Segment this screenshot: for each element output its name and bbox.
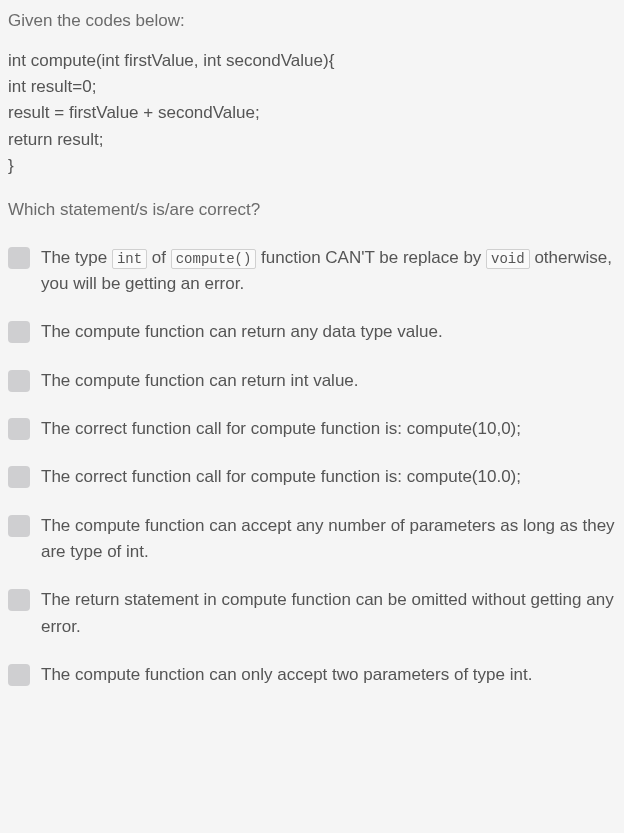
option-text: The return statement in compute function… [41, 587, 616, 640]
code-line: int compute(int firstValue, int secondVa… [8, 48, 616, 74]
code-block: int compute(int firstValue, int secondVa… [8, 48, 616, 180]
option-item: The compute function can return int valu… [8, 368, 616, 394]
inline-code: void [486, 249, 530, 269]
option-text: The correct function call for compute fu… [41, 464, 616, 490]
code-line: } [8, 153, 616, 179]
checkbox[interactable] [8, 589, 30, 611]
inline-code: int [112, 249, 147, 269]
checkbox[interactable] [8, 418, 30, 440]
inline-code: compute() [171, 249, 257, 269]
options-list: The type int of compute() function CAN'T… [8, 245, 616, 689]
checkbox[interactable] [8, 515, 30, 537]
option-text: The compute function can only accept two… [41, 662, 616, 688]
option-text: The compute function can accept any numb… [41, 513, 616, 566]
code-line: int result=0; [8, 74, 616, 100]
option-item: The correct function call for compute fu… [8, 464, 616, 490]
option-item: The return statement in compute function… [8, 587, 616, 640]
option-item: The compute function can only accept two… [8, 662, 616, 688]
checkbox[interactable] [8, 664, 30, 686]
option-item: The compute function can return any data… [8, 319, 616, 345]
checkbox[interactable] [8, 321, 30, 343]
option-text: The compute function can return int valu… [41, 368, 616, 394]
question-prompt: Which statement/s is/are correct? [8, 197, 616, 223]
code-line: result = firstValue + secondValue; [8, 100, 616, 126]
option-text-part: of [147, 248, 171, 267]
option-text: The type int of compute() function CAN'T… [41, 245, 616, 298]
option-text: The compute function can return any data… [41, 319, 616, 345]
option-item: The compute function can accept any numb… [8, 513, 616, 566]
code-line: return result; [8, 127, 616, 153]
checkbox[interactable] [8, 466, 30, 488]
option-text-part: function CAN'T be replace by [256, 248, 486, 267]
checkbox[interactable] [8, 370, 30, 392]
option-item: The correct function call for compute fu… [8, 416, 616, 442]
question-intro: Given the codes below: [8, 8, 616, 34]
checkbox[interactable] [8, 247, 30, 269]
option-text: The correct function call for compute fu… [41, 416, 616, 442]
option-item: The type int of compute() function CAN'T… [8, 245, 616, 298]
option-text-part: The type [41, 248, 112, 267]
